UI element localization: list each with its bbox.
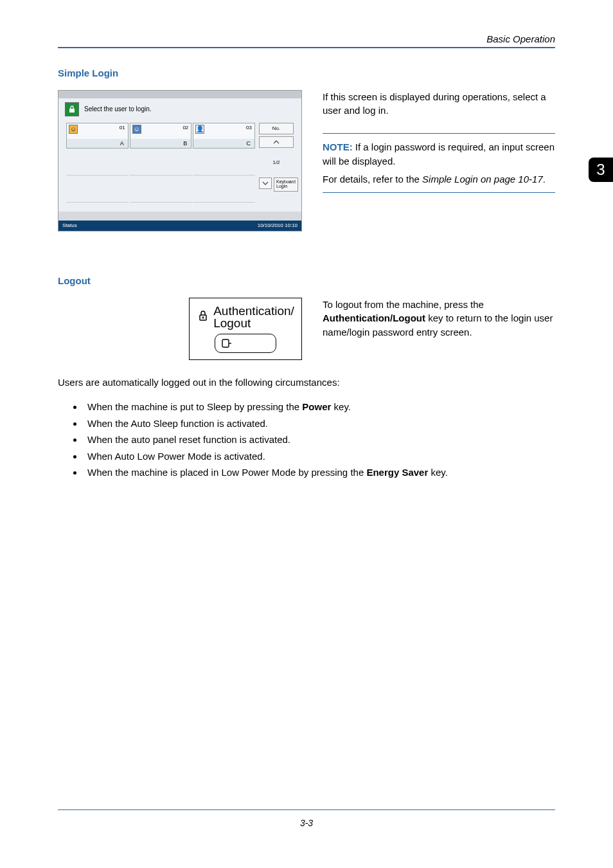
- auth-key-label: Authentication/ Logout: [213, 305, 294, 330]
- auth-key-line1: Authentication/: [213, 305, 294, 318]
- led-icon: [222, 339, 232, 348]
- auto-logout-intro: Users are automatically logged out in th…: [58, 375, 555, 390]
- header-rule: [58, 47, 555, 48]
- empty-slot: [193, 150, 255, 176]
- lock-icon: [65, 102, 79, 116]
- empty-slot: [66, 150, 129, 176]
- note-ref-link: Simple Login on page 10-17: [422, 174, 543, 185]
- empty-slot: [193, 177, 255, 203]
- note-ref-a: For details, refer to the: [323, 174, 422, 185]
- note-rule: [323, 192, 555, 193]
- status-bar: Status 10/10/2010 10:10: [58, 221, 301, 231]
- panel-title: Select the user to login.: [84, 105, 152, 113]
- empty-slot: [66, 177, 129, 203]
- note-ref: For details, refer to the Simple Login o…: [323, 172, 555, 186]
- note-ref-b: .: [543, 174, 546, 185]
- page-up-button[interactable]: [259, 136, 294, 148]
- logout-text: To logout from the machine, press the Au…: [323, 298, 555, 339]
- empty-slot: [130, 150, 192, 176]
- chevron-up-icon: [273, 140, 280, 145]
- simple-login-text: If this screen is displayed during opera…: [323, 90, 555, 118]
- user-avatar-icon: ☺: [132, 125, 141, 134]
- card-number: 02: [182, 125, 188, 131]
- list-item: When the auto panel reset function is ac…: [84, 431, 555, 448]
- heading-logout: Logout: [58, 275, 555, 286]
- user-avatar-icon: ☺: [69, 125, 78, 134]
- chapter-tab: 3: [589, 158, 613, 182]
- svg-rect-0: [69, 109, 75, 113]
- status-datetime: 10/10/2010 10:10: [258, 222, 298, 228]
- page-down-button[interactable]: [259, 177, 272, 189]
- card-letter: A: [120, 140, 124, 147]
- note-label: NOTE:: [323, 141, 353, 152]
- empty-slot: [130, 177, 192, 203]
- user-card[interactable]: ☺ 02 B: [130, 123, 192, 149]
- chevron-down-icon: [262, 181, 269, 186]
- lock-icon: [197, 309, 209, 325]
- svg-rect-3: [203, 317, 204, 319]
- user-avatar-icon: 👤: [195, 125, 204, 134]
- footer-rule: [58, 809, 555, 810]
- heading-simple-login: Simple Login: [58, 68, 555, 78]
- auth-logout-key: Authentication/ Logout: [189, 298, 302, 361]
- card-number: 03: [246, 125, 252, 131]
- login-panel: Select the user to login. ☺ 01 A ☺ 02 B: [58, 90, 302, 231]
- card-letter: B: [183, 140, 187, 147]
- user-card[interactable]: ☺ 01 A: [66, 123, 129, 149]
- indicator-button: [215, 334, 276, 353]
- page-indicator: 1/2: [259, 150, 294, 176]
- auth-key-line2: Logout: [213, 317, 294, 330]
- list-item: When the machine is put to Sleep by pres…: [84, 399, 555, 415]
- list-item: When the machine is placed in Low Power …: [84, 464, 555, 481]
- page-number: 3-3: [0, 818, 613, 828]
- logout-text-bold: Authentication/Logout: [323, 312, 425, 323]
- auto-logout-list: When the machine is put to Sleep by pres…: [76, 399, 555, 481]
- note-rule: [323, 133, 555, 134]
- running-head: Basic Operation: [58, 33, 555, 44]
- logout-text-a: To logout from the machine, press the: [323, 299, 484, 310]
- status-label: Status: [62, 222, 77, 228]
- svg-rect-4: [222, 339, 229, 347]
- list-item: When the Auto Sleep function is activate…: [84, 415, 555, 432]
- number-button[interactable]: No.: [259, 123, 294, 134]
- note-line1: If a login password is required, an inpu…: [323, 141, 555, 167]
- card-number: 01: [120, 125, 125, 131]
- list-item: When Auto Low Power Mode is activated.: [84, 448, 555, 465]
- note-text: NOTE: If a login password is required, a…: [323, 140, 555, 168]
- card-letter: C: [246, 140, 251, 147]
- keyboard-login-button[interactable]: Keyboard Login: [274, 177, 298, 192]
- user-card[interactable]: 👤 03 C: [193, 123, 255, 149]
